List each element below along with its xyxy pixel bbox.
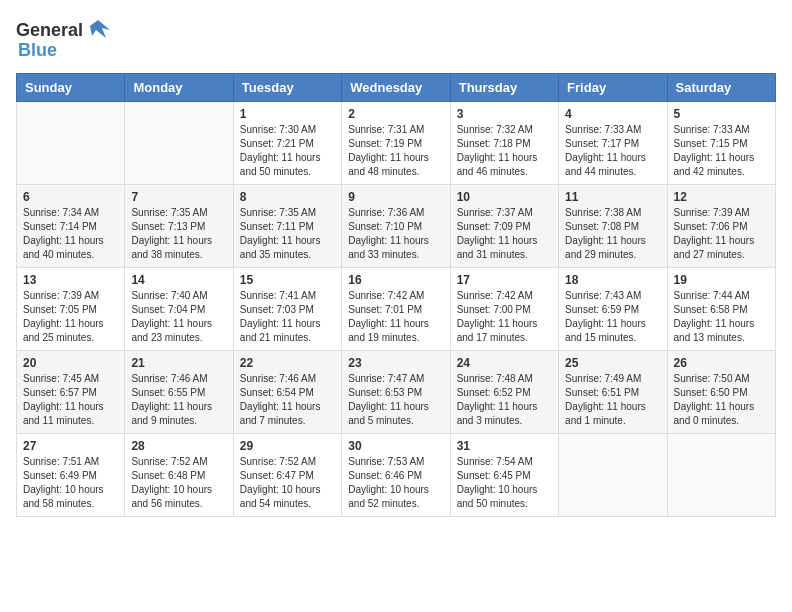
day-info: Sunrise: 7:53 AMSunset: 6:46 PMDaylight:… [348,455,443,511]
calendar-cell: 5Sunrise: 7:33 AMSunset: 7:15 PMDaylight… [667,102,775,185]
weekday-header: Saturday [667,74,775,102]
calendar-cell: 30Sunrise: 7:53 AMSunset: 6:46 PMDayligh… [342,434,450,517]
day-number: 14 [131,273,226,287]
day-number: 17 [457,273,552,287]
calendar-cell: 10Sunrise: 7:37 AMSunset: 7:09 PMDayligh… [450,185,558,268]
calendar-cell: 13Sunrise: 7:39 AMSunset: 7:05 PMDayligh… [17,268,125,351]
day-number: 12 [674,190,769,204]
logo: General Blue [16,16,113,61]
day-number: 27 [23,439,118,453]
day-info: Sunrise: 7:41 AMSunset: 7:03 PMDaylight:… [240,289,335,345]
calendar-cell: 27Sunrise: 7:51 AMSunset: 6:49 PMDayligh… [17,434,125,517]
weekday-header: Tuesday [233,74,341,102]
calendar-table: SundayMondayTuesdayWednesdayThursdayFrid… [16,73,776,517]
day-number: 20 [23,356,118,370]
calendar-cell: 20Sunrise: 7:45 AMSunset: 6:57 PMDayligh… [17,351,125,434]
day-info: Sunrise: 7:42 AMSunset: 7:01 PMDaylight:… [348,289,443,345]
calendar-cell: 25Sunrise: 7:49 AMSunset: 6:51 PMDayligh… [559,351,667,434]
day-number: 25 [565,356,660,370]
day-number: 26 [674,356,769,370]
calendar-cell [125,102,233,185]
day-number: 23 [348,356,443,370]
day-number: 18 [565,273,660,287]
day-info: Sunrise: 7:43 AMSunset: 6:59 PMDaylight:… [565,289,660,345]
day-info: Sunrise: 7:37 AMSunset: 7:09 PMDaylight:… [457,206,552,262]
calendar-cell: 15Sunrise: 7:41 AMSunset: 7:03 PMDayligh… [233,268,341,351]
calendar-cell: 2Sunrise: 7:31 AMSunset: 7:19 PMDaylight… [342,102,450,185]
logo-text-general: General [16,20,83,41]
day-info: Sunrise: 7:45 AMSunset: 6:57 PMDaylight:… [23,372,118,428]
logo-text-blue: Blue [18,40,57,61]
day-info: Sunrise: 7:54 AMSunset: 6:45 PMDaylight:… [457,455,552,511]
day-number: 1 [240,107,335,121]
calendar-cell: 17Sunrise: 7:42 AMSunset: 7:00 PMDayligh… [450,268,558,351]
calendar-week-row: 27Sunrise: 7:51 AMSunset: 6:49 PMDayligh… [17,434,776,517]
day-number: 19 [674,273,769,287]
weekday-header: Friday [559,74,667,102]
calendar-cell: 29Sunrise: 7:52 AMSunset: 6:47 PMDayligh… [233,434,341,517]
calendar-cell [17,102,125,185]
day-number: 28 [131,439,226,453]
calendar-header-row: SundayMondayTuesdayWednesdayThursdayFrid… [17,74,776,102]
calendar-cell: 21Sunrise: 7:46 AMSunset: 6:55 PMDayligh… [125,351,233,434]
day-number: 15 [240,273,335,287]
day-number: 8 [240,190,335,204]
weekday-header: Thursday [450,74,558,102]
day-info: Sunrise: 7:52 AMSunset: 6:47 PMDaylight:… [240,455,335,511]
day-info: Sunrise: 7:47 AMSunset: 6:53 PMDaylight:… [348,372,443,428]
weekday-header: Sunday [17,74,125,102]
day-info: Sunrise: 7:49 AMSunset: 6:51 PMDaylight:… [565,372,660,428]
day-number: 10 [457,190,552,204]
weekday-header: Monday [125,74,233,102]
day-info: Sunrise: 7:46 AMSunset: 6:54 PMDaylight:… [240,372,335,428]
day-info: Sunrise: 7:46 AMSunset: 6:55 PMDaylight:… [131,372,226,428]
page-header: General Blue [16,16,776,61]
calendar-cell: 22Sunrise: 7:46 AMSunset: 6:54 PMDayligh… [233,351,341,434]
calendar-cell: 11Sunrise: 7:38 AMSunset: 7:08 PMDayligh… [559,185,667,268]
day-info: Sunrise: 7:35 AMSunset: 7:13 PMDaylight:… [131,206,226,262]
day-number: 29 [240,439,335,453]
calendar-week-row: 20Sunrise: 7:45 AMSunset: 6:57 PMDayligh… [17,351,776,434]
calendar-cell: 12Sunrise: 7:39 AMSunset: 7:06 PMDayligh… [667,185,775,268]
calendar-cell: 23Sunrise: 7:47 AMSunset: 6:53 PMDayligh… [342,351,450,434]
day-number: 3 [457,107,552,121]
calendar-cell: 28Sunrise: 7:52 AMSunset: 6:48 PMDayligh… [125,434,233,517]
day-info: Sunrise: 7:51 AMSunset: 6:49 PMDaylight:… [23,455,118,511]
day-info: Sunrise: 7:52 AMSunset: 6:48 PMDaylight:… [131,455,226,511]
day-number: 24 [457,356,552,370]
day-number: 6 [23,190,118,204]
calendar-cell [667,434,775,517]
calendar-cell: 14Sunrise: 7:40 AMSunset: 7:04 PMDayligh… [125,268,233,351]
day-number: 21 [131,356,226,370]
calendar-cell: 24Sunrise: 7:48 AMSunset: 6:52 PMDayligh… [450,351,558,434]
day-number: 16 [348,273,443,287]
day-info: Sunrise: 7:30 AMSunset: 7:21 PMDaylight:… [240,123,335,179]
day-number: 9 [348,190,443,204]
day-number: 11 [565,190,660,204]
day-info: Sunrise: 7:50 AMSunset: 6:50 PMDaylight:… [674,372,769,428]
calendar-cell: 8Sunrise: 7:35 AMSunset: 7:11 PMDaylight… [233,185,341,268]
day-info: Sunrise: 7:31 AMSunset: 7:19 PMDaylight:… [348,123,443,179]
calendar-cell: 16Sunrise: 7:42 AMSunset: 7:01 PMDayligh… [342,268,450,351]
day-number: 5 [674,107,769,121]
calendar-cell: 1Sunrise: 7:30 AMSunset: 7:21 PMDaylight… [233,102,341,185]
day-info: Sunrise: 7:40 AMSunset: 7:04 PMDaylight:… [131,289,226,345]
logo-bird-icon [84,16,112,44]
calendar-cell: 7Sunrise: 7:35 AMSunset: 7:13 PMDaylight… [125,185,233,268]
calendar-cell [559,434,667,517]
svg-marker-0 [90,20,110,38]
day-number: 7 [131,190,226,204]
calendar-cell: 6Sunrise: 7:34 AMSunset: 7:14 PMDaylight… [17,185,125,268]
day-info: Sunrise: 7:39 AMSunset: 7:06 PMDaylight:… [674,206,769,262]
day-number: 13 [23,273,118,287]
day-info: Sunrise: 7:35 AMSunset: 7:11 PMDaylight:… [240,206,335,262]
day-info: Sunrise: 7:48 AMSunset: 6:52 PMDaylight:… [457,372,552,428]
day-info: Sunrise: 7:34 AMSunset: 7:14 PMDaylight:… [23,206,118,262]
calendar-cell: 19Sunrise: 7:44 AMSunset: 6:58 PMDayligh… [667,268,775,351]
calendar-cell: 4Sunrise: 7:33 AMSunset: 7:17 PMDaylight… [559,102,667,185]
calendar-week-row: 1Sunrise: 7:30 AMSunset: 7:21 PMDaylight… [17,102,776,185]
day-number: 2 [348,107,443,121]
day-info: Sunrise: 7:39 AMSunset: 7:05 PMDaylight:… [23,289,118,345]
calendar-cell: 18Sunrise: 7:43 AMSunset: 6:59 PMDayligh… [559,268,667,351]
calendar-cell: 9Sunrise: 7:36 AMSunset: 7:10 PMDaylight… [342,185,450,268]
